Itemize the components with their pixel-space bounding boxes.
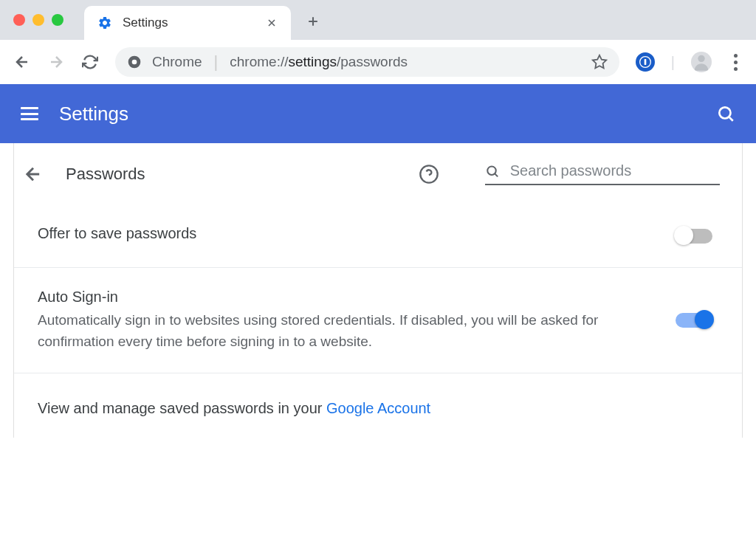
search-passwords-input[interactable] — [510, 162, 720, 179]
browser-toolbar: Chrome | chrome://settings/passwords | — [0, 40, 756, 84]
manage-text: View and manage saved passwords in your — [38, 400, 326, 416]
settings-title: Settings — [59, 103, 128, 125]
svg-point-5 — [698, 55, 704, 62]
settings-header: Settings — [0, 84, 756, 143]
google-account-link[interactable]: Google Account — [326, 400, 430, 416]
search-icon — [485, 163, 500, 179]
svg-point-1 — [132, 60, 137, 65]
svg-rect-4 — [644, 59, 646, 65]
toolbar-divider: | — [671, 54, 675, 71]
browser-tab[interactable]: Settings — [84, 6, 291, 40]
tab-bar: Settings — [0, 0, 756, 40]
chrome-icon — [127, 55, 142, 69]
browser-chrome: Settings Chrome | chrome://settings/pass… — [0, 0, 756, 84]
forward-button[interactable] — [47, 53, 65, 71]
address-chrome-label: Chrome — [152, 54, 202, 70]
page-title: Passwords — [66, 165, 145, 184]
close-tab-icon[interactable] — [266, 17, 278, 29]
manage-passwords-row: View and manage saved passwords in your … — [14, 373, 742, 438]
minimize-window-button[interactable] — [32, 14, 44, 26]
tab-title: Settings — [123, 15, 255, 30]
hamburger-menu-button[interactable] — [21, 107, 38, 120]
content-card: Passwords Offer to save passwords Auto S… — [13, 143, 743, 438]
offer-save-passwords-row: Offer to save passwords — [14, 204, 742, 268]
reload-button[interactable] — [81, 53, 99, 71]
address-separator: | — [214, 52, 219, 72]
browser-menu-button[interactable] — [728, 54, 743, 71]
offer-save-toggle[interactable] — [676, 229, 712, 244]
svg-point-8 — [487, 166, 495, 174]
gear-icon — [97, 15, 112, 30]
svg-marker-2 — [593, 55, 606, 68]
search-passwords-field[interactable] — [485, 162, 720, 185]
svg-point-6 — [719, 107, 730, 118]
address-bar[interactable]: Chrome | chrome://settings/passwords — [115, 47, 619, 77]
search-icon[interactable] — [716, 104, 735, 123]
address-url: chrome://settings/passwords — [230, 54, 408, 70]
bookmark-star-icon[interactable] — [591, 54, 608, 70]
auto-signin-title: Auto Sign-in — [38, 289, 646, 306]
auto-signin-row: Auto Sign-in Automatically sign in to we… — [14, 268, 742, 373]
new-tab-button[interactable] — [306, 14, 320, 29]
extension-1password-icon[interactable] — [636, 52, 655, 72]
back-arrow-icon[interactable] — [23, 164, 44, 185]
auto-signin-desc: Automatically sign in to websites using … — [38, 310, 646, 352]
auto-signin-toggle[interactable] — [676, 313, 712, 328]
offer-save-title: Offer to save passwords — [38, 225, 646, 242]
help-icon[interactable] — [419, 164, 439, 185]
maximize-window-button[interactable] — [52, 14, 63, 26]
back-button[interactable] — [13, 53, 31, 71]
sub-header: Passwords — [14, 143, 742, 204]
profile-avatar[interactable] — [691, 52, 712, 72]
close-window-button[interactable] — [13, 14, 25, 26]
window-controls — [13, 14, 63, 26]
